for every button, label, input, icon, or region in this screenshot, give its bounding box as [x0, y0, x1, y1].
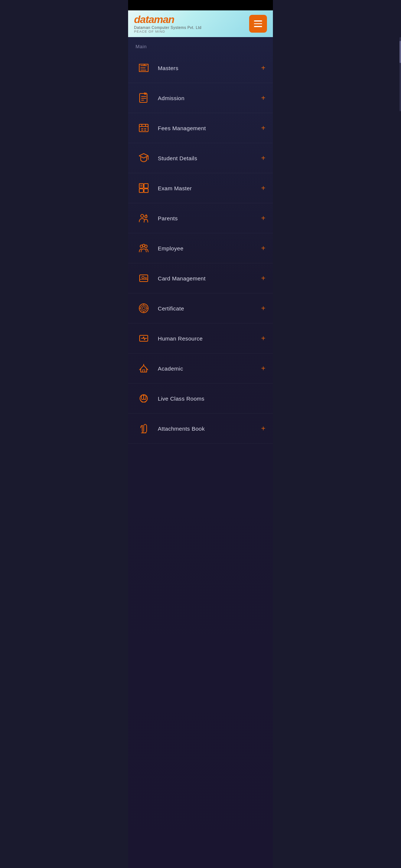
nav-item-student[interactable]: Student Details + — [128, 143, 273, 173]
logo-tagline: PEACE OF MIND — [134, 30, 202, 33]
nav-label-card: Card Management — [158, 275, 261, 282]
hamburger-line-2 — [254, 23, 262, 24]
nav-plus-student: + — [261, 154, 265, 162]
nav-label-academic: Academic — [158, 365, 261, 372]
svg-point-23 — [145, 216, 147, 218]
nav-item-exam[interactable]: Exam Master + — [128, 173, 273, 203]
nav-item-employee[interactable]: Employee + — [128, 233, 273, 263]
nav-plus-employee: + — [261, 244, 265, 252]
student-icon — [136, 150, 152, 166]
svg-rect-19 — [144, 189, 148, 193]
section-label: Main — [128, 37, 273, 53]
menu-button[interactable] — [249, 15, 267, 33]
nav-label-certificate: Certificate — [158, 305, 261, 312]
fees-icon — [136, 120, 152, 136]
nav-item-hr[interactable]: Human Resource + — [128, 323, 273, 354]
svg-point-29 — [142, 276, 144, 279]
certificate-icon — [136, 300, 152, 316]
nav-plus-parents: + — [261, 214, 265, 222]
nav-plus-card: + — [261, 274, 265, 282]
nav-item-fees[interactable]: Fees Management + — [128, 113, 273, 143]
nav-item-academic[interactable]: Academic + — [128, 354, 273, 384]
masters-icon — [136, 60, 152, 76]
hamburger-line-1 — [254, 20, 262, 22]
nav-plus-attachments: + — [261, 425, 265, 432]
nav-plus-admission: + — [261, 94, 265, 102]
svg-rect-3 — [140, 93, 147, 102]
header: dataman Dataman Computer Systems Pvt. Lt… — [128, 10, 273, 37]
nav-item-admission[interactable]: Admission + — [128, 83, 273, 113]
nav-plus-masters: + — [261, 64, 265, 72]
nav-label-exam: Exam Master — [158, 185, 261, 191]
nav-label-employee: Employee — [158, 245, 261, 251]
main-section: Main Masters + Admission — [128, 37, 273, 868]
nav-item-live-class[interactable]: Live Class Rooms — [128, 384, 273, 414]
academic-icon — [136, 360, 152, 377]
nav-plus-fees: + — [261, 124, 265, 132]
nav-label-masters: Masters — [158, 65, 261, 71]
nav-label-fees: Fees Management — [158, 125, 261, 131]
svg-point-35 — [142, 307, 145, 310]
hamburger-line-3 — [254, 26, 262, 27]
status-bar — [128, 0, 273, 10]
logo-area: dataman Dataman Computer Systems Pvt. Lt… — [134, 14, 202, 33]
nav-plus-hr: + — [261, 335, 265, 342]
nav-item-certificate[interactable]: Certificate + — [128, 293, 273, 323]
nav-label-student: Student Details — [158, 155, 261, 161]
nav-label-live-class: Live Class Rooms — [158, 395, 265, 402]
nav-plus-certificate: + — [261, 305, 265, 312]
svg-point-22 — [141, 214, 144, 217]
nav-item-parents[interactable]: Parents + — [128, 203, 273, 233]
live-class-icon — [136, 390, 152, 407]
parents-icon — [136, 210, 152, 226]
logo-company: Dataman Computer Systems Pvt. Ltd — [134, 26, 202, 30]
nav-plus-exam: + — [261, 184, 265, 192]
exam-icon — [136, 180, 152, 196]
nav-plus-academic: + — [261, 365, 265, 372]
admission-icon — [136, 90, 152, 106]
svg-rect-7 — [139, 124, 148, 132]
attachments-icon — [136, 420, 152, 437]
nav-item-masters[interactable]: Masters + — [128, 53, 273, 83]
svg-rect-18 — [139, 189, 143, 193]
svg-rect-17 — [144, 184, 148, 188]
logo-brand: dataman — [134, 14, 202, 25]
nav-item-attachments[interactable]: Attachments Book + — [128, 414, 273, 444]
nav-label-admission: Admission — [158, 95, 261, 101]
card-icon — [136, 270, 152, 286]
nav-label-parents: Parents — [158, 215, 261, 221]
nav-label-attachments: Attachments Book — [158, 425, 261, 432]
svg-rect-16 — [139, 184, 143, 188]
nav-item-card[interactable]: Card Management + — [128, 263, 273, 293]
employee-icon — [136, 240, 152, 256]
hr-icon — [136, 330, 152, 346]
svg-point-34 — [141, 305, 147, 311]
nav-label-hr: Human Resource — [158, 335, 261, 342]
